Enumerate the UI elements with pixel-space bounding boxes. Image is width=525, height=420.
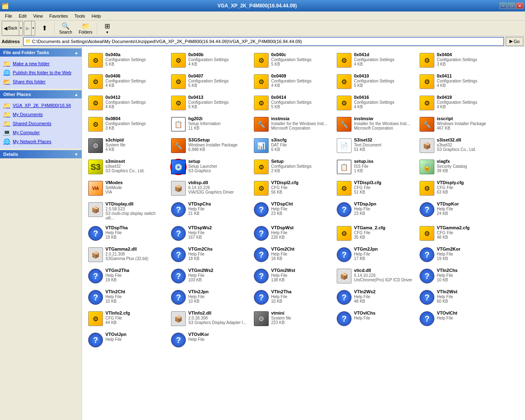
- back-dropdown[interactable]: ▾: [19, 21, 23, 35]
- list-item[interactable]: ⚙ s3chipid System file 4 KB: [85, 135, 167, 156]
- list-item[interactable]: ⚙ 0x0409 Configuration Settings 4 KB: [251, 71, 333, 92]
- list-item[interactable]: ? VTGm2Kor Help File 19 KB: [417, 244, 499, 265]
- list-item[interactable]: ⚙ 0x040c Configuration Settings 5 KB: [251, 50, 333, 71]
- list-item[interactable]: 📦 VTGamma2.dll 2.0.21.308 S3Gamma Plus (…: [85, 244, 167, 265]
- close-button[interactable]: ✕: [516, 2, 523, 9]
- list-item[interactable]: 📦 vticd.dll 6.14.10.226 UniChrome(Pro) I…: [334, 266, 416, 286]
- file-info: VTInfo2.dll 2.0.26.308 S3 Graphics Displ…: [188, 310, 248, 325]
- list-item[interactable]: ⚙ 0x0404 Configuration Settings 3 KB: [417, 50, 499, 71]
- list-item[interactable]: VIA VModes SetMode VIA: [85, 178, 167, 199]
- list-item[interactable]: ⚙ 0x041d Configuration Settings 4 KB: [334, 50, 416, 71]
- make-folder-link[interactable]: 📁 Make a new folder: [2, 59, 80, 68]
- search-label: Search: [59, 30, 72, 34]
- file-size: 6,988 KB: [188, 147, 248, 152]
- menu-edit[interactable]: Edit: [16, 13, 30, 19]
- menu-favorites[interactable]: Favorites: [46, 13, 71, 19]
- list-item[interactable]: ? VTIn2Cht Help File 10 KB: [85, 287, 167, 308]
- my-computer-link[interactable]: 💻 My Computer: [2, 128, 80, 137]
- list-item[interactable]: ? VTGm2Chs Help File 18 KB: [168, 244, 250, 265]
- list-item[interactable]: 📊 s3iscfg DAT File 6 KB: [251, 135, 333, 156]
- list-item[interactable]: ⚙ 0x040b Configuration Settings 4 KB: [168, 50, 250, 71]
- other-places-header[interactable]: Other Places ▲: [0, 90, 82, 98]
- shared-documents-link[interactable]: 📁 Shared Documents: [2, 119, 80, 128]
- list-item[interactable]: ⚙ 0x0412 Configuration Settings 4 KB: [85, 93, 167, 113]
- list-item[interactable]: ⚙ 0x040a Configuration Settings 5 KB: [85, 50, 167, 71]
- back-button[interactable]: ◀ Back: [2, 21, 19, 35]
- list-item[interactable]: 🔒 viagfx Security Catalog 39 KB: [417, 157, 499, 177]
- list-item[interactable]: ? VTOvlKor Help File: [168, 330, 250, 350]
- menu-view[interactable]: View: [30, 13, 46, 19]
- list-item[interactable]: ? VTGm2Tha Help File 19 KB: [85, 266, 167, 286]
- list-item[interactable]: ⚙ 0x0413 Configuration Settings 5 KB: [168, 93, 250, 113]
- list-item[interactable]: ⚙ VTDispl2.cfg CFG File 56 KB: [251, 178, 333, 199]
- list-item[interactable]: ⚙ 0x0406 Configuration Settings 4 KB: [85, 71, 167, 92]
- list-item[interactable]: 🔧 S3GSetup Windows Installer Package 6,9…: [168, 135, 250, 156]
- list-item[interactable]: ⚙ 0x0416 Configuration Settings 4 KB: [334, 93, 416, 113]
- list-item[interactable]: ? VTGm2Cht Help File 18 KB: [251, 244, 333, 265]
- list-item[interactable]: ⚙ VTDispl3.cfg CFG File 51 KB: [334, 178, 416, 199]
- my-network-link[interactable]: 🌐 My Network Places: [2, 137, 80, 146]
- list-item[interactable]: ⚙ 0x0804 Configuration Settings 3 KB: [85, 114, 167, 135]
- menu-help[interactable]: Help: [88, 13, 104, 19]
- list-item[interactable]: ⚙ VTGamma2.cfg CFG File 48 KB: [417, 223, 499, 244]
- list-item[interactable]: 🔧 instmsia Installer for the Windows Ins…: [251, 114, 333, 135]
- list-item[interactable]: ⚙ vtmini System file 223 KB: [251, 308, 333, 329]
- my-documents-link[interactable]: 📁 My Documents: [2, 110, 80, 119]
- list-item[interactable]: 📦 VTInfo2.dll 2.0.26.308 S3 Graphics Dis…: [168, 308, 250, 329]
- list-item[interactable]: ? VTIn2Wst Help File 60 KB: [417, 287, 499, 308]
- details-header[interactable]: Details ▼: [0, 150, 82, 158]
- file-folder-tasks-header[interactable]: File and Folder Tasks ▲: [0, 48, 82, 57]
- list-item[interactable]: 🔧 instmsiw Installer for the Windows Ins…: [334, 114, 416, 135]
- list-item[interactable]: 📄 S3iset32 Text Document 51 KB: [334, 135, 416, 156]
- list-item[interactable]: ? VTGm2Ws2 Help File 103 KB: [168, 266, 250, 286]
- folders-button[interactable]: 📁 Folders: [76, 21, 95, 35]
- list-item[interactable]: ? VTDspTha Help File 19 KB: [85, 223, 167, 244]
- share-folder-link[interactable]: 📂 Share this folder: [2, 77, 80, 86]
- list-item[interactable]: 📋 setup.iss ISS File 1 KB: [334, 157, 416, 177]
- list-item[interactable]: ⚙ 0x0419 Configuration Settings 4 KB: [417, 93, 499, 113]
- list-item[interactable]: ⚙ 0x0410 Configuration Settings 5 KB: [334, 71, 416, 92]
- menu-file[interactable]: File: [2, 13, 16, 19]
- minimize-button[interactable]: −: [500, 2, 507, 9]
- up-button[interactable]: ⬆: [36, 21, 52, 35]
- list-item[interactable]: 📦 VTDisplay.dll 2.0.58.523 S3 multi-chip…: [85, 199, 167, 222]
- list-item[interactable]: ? VTDspChs Help File 21 KB: [168, 199, 250, 222]
- list-item[interactable]: S3 s3minset s3iset32 S3 Graphics Co., Lt…: [85, 157, 167, 177]
- list-item[interactable]: ? VTDspWs2 Help File 167 KB: [168, 223, 250, 244]
- list-item[interactable]: ? VTDspJpn Help File 23 KB: [334, 199, 416, 222]
- maximize-button[interactable]: □: [508, 2, 515, 9]
- list-item[interactable]: 💿 setup Setup Launcher S3 Graphics: [168, 157, 250, 177]
- views-button[interactable]: ⊞ ▾: [99, 21, 115, 35]
- forward-button[interactable]: ▶: [24, 21, 31, 35]
- list-item[interactable]: ⚙ Setup Configuration Settings 2 KB: [251, 157, 333, 177]
- list-item[interactable]: ? VTOvlJpn Help File: [85, 330, 167, 350]
- menu-tools[interactable]: Tools: [71, 13, 89, 19]
- forward-dropdown[interactable]: ▾: [31, 21, 35, 35]
- list-item[interactable]: ? VTGm2Wst Help File 138 KB: [251, 266, 333, 286]
- list-item[interactable]: ? VTDspWst Help File 226 KB: [251, 223, 333, 244]
- publish-folder-link[interactable]: 🌐 Publish this folder to the Web: [2, 68, 80, 77]
- list-item[interactable]: 🔧 isscript Windows Installer Package 467…: [417, 114, 499, 135]
- list-item[interactable]: ? VTGm2Jpn Help File 17 KB: [334, 244, 416, 265]
- list-item[interactable]: ? VTIn2Tha Help File 10 KB: [251, 287, 333, 308]
- list-item[interactable]: ? VTOvlCht Help File: [417, 308, 499, 329]
- list-item[interactable]: ⚙ 0x0407 Configuration Settings 5 KB: [168, 71, 250, 92]
- vga-folder-link[interactable]: 📁 VGA_XP_2K_P4M800(16.94: [2, 101, 80, 110]
- go-button[interactable]: ▶ Go: [506, 37, 523, 46]
- list-item[interactable]: ⚙ 0x0414 Configuration Settings 5 KB: [251, 93, 333, 113]
- list-item[interactable]: ? VTIn2Ws2 Help File 48 KB: [334, 287, 416, 308]
- list-item[interactable]: ⚙ 0x0411 Configuration Settings 4 KB: [417, 71, 499, 92]
- list-item[interactable]: 📦 vtdisp.dll 6.14.10.226 VIA/S3G Graphic…: [168, 178, 250, 199]
- list-item[interactable]: 📋 hg202i Setup Information 11 KB: [168, 114, 250, 135]
- list-item[interactable]: ? VTIn2Chs Help File 10 KB: [417, 266, 499, 286]
- list-item[interactable]: 📦 s3iset32.dll s3iset32 S3 Graphics Co.,…: [417, 135, 499, 156]
- list-item[interactable]: ⚙ VTInfo2.cfg CFG File 44 KB: [85, 308, 167, 329]
- list-item[interactable]: ? VTDspKor Help File 24 KB: [417, 199, 499, 222]
- list-item[interactable]: ⚙ VTDisply.cfg CFG File 63 KB: [417, 178, 499, 199]
- address-input[interactable]: 📁 C:\Documents and Settings\Aiobeal\My D…: [23, 37, 504, 46]
- list-item[interactable]: ⚙ VTGama_2.cfg CFG File 35 KB: [334, 223, 416, 244]
- list-item[interactable]: ? VTOvlChs Help File: [334, 308, 416, 329]
- list-item[interactable]: ? VTIn2Jpn Help File 10 KB: [168, 287, 250, 308]
- search-button[interactable]: 🔍 Search: [56, 21, 75, 35]
- list-item[interactable]: ? VTDspCht Help File 23 KB: [251, 199, 333, 222]
